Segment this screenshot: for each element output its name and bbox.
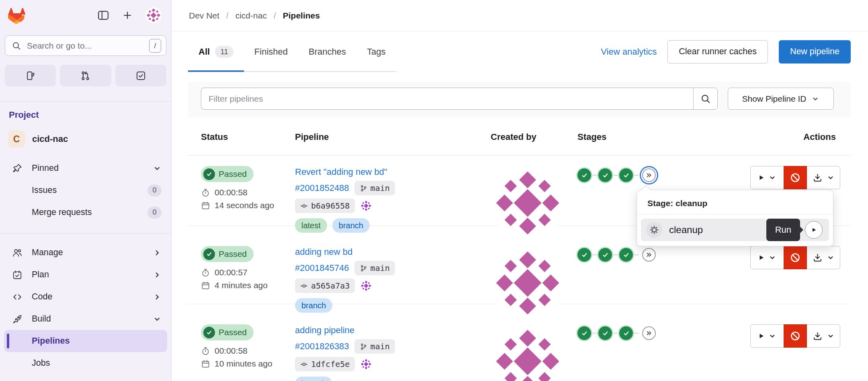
tab-branches[interactable]: Branches [298,31,356,72]
calendar-icon [201,281,210,290]
stage-passed-icon[interactable] [577,326,591,340]
table-header-row: Status Pipeline Created by Stages Action… [188,121,851,156]
show-pipeline-id-dropdown[interactable]: Show Pipeline ID [728,88,834,110]
chevron-down-icon [153,315,162,324]
search-icon [12,41,21,51]
sidebar-item-manage[interactable]: Manage [0,242,171,264]
stage-passed-icon[interactable] [619,248,633,262]
sidebar-item-pipelines[interactable]: Pipelines [4,330,167,352]
commit-sha-chip[interactable]: b6a96558 [295,199,355,213]
search-input[interactable]: Search or go to... / [5,35,166,56]
download-artifacts-button[interactable] [807,246,840,269]
committer-avatar[interactable] [360,280,372,292]
chevron-down-icon [768,254,776,262]
stopwatch-icon [201,188,210,197]
stage-passed-icon[interactable] [598,248,612,262]
download-icon [813,253,823,263]
run-job-button[interactable] [805,221,823,239]
stage-passed-icon[interactable] [619,168,633,182]
stage-passed-icon[interactable] [598,326,612,340]
create-new-icon[interactable] [121,9,133,21]
commit-sha-chip[interactable]: a565a7a3 [295,279,355,293]
sidebar-divider [0,101,171,102]
pipeline-title-link[interactable]: Revert "adding new bd" [295,166,478,178]
ref-branch-chip[interactable]: main [354,339,395,354]
stage-job-row[interactable]: cleanup Run [641,219,829,241]
sidebar-item-merge-requests[interactable]: Merge requests 0 [0,201,171,223]
stage-passed-icon[interactable] [598,168,612,182]
tab-finished[interactable]: Finished [244,31,298,72]
todo-check-icon [135,70,146,81]
branch-icon [360,343,367,350]
sidebar-item-pinned[interactable]: Pinned [0,157,171,179]
sidebar-item-plan[interactable]: Plan [0,264,171,286]
commit-sha-chip[interactable]: 1dfcfe5e [295,357,355,371]
chevron-down-icon [768,332,776,340]
stage-passed-icon[interactable] [619,326,633,340]
new-pipeline-button[interactable]: New pipeline [779,40,851,63]
merge-requests-count-badge: 0 [147,207,162,219]
status-badge[interactable]: Passed [201,166,254,182]
run-manual-jobs-button[interactable] [750,166,784,189]
run-manual-jobs-button[interactable] [750,246,784,269]
breadcrumb-current-page: Pipelines [283,11,320,20]
stage-manual-button[interactable] [642,168,656,182]
cancel-pipeline-button[interactable] [784,246,807,269]
committer-avatar[interactable] [360,200,372,212]
chevron-right-icon [153,248,162,257]
pipeline-cell: adding pipeline #2001826383 main 1dfcfe5… [282,304,478,381]
filter-pipelines-input[interactable] [201,88,693,109]
sidebar-item-jobs[interactable]: Jobs [0,352,171,374]
sidebar-item-build[interactable]: Build [0,308,171,330]
breadcrumb-project-link[interactable]: cicd-nac [235,11,267,20]
stage-passed-icon[interactable] [577,168,591,182]
cancel-pipeline-button[interactable] [784,324,807,348]
download-artifacts-button[interactable] [807,166,840,189]
pipeline-title-link[interactable]: adding pipeline [295,324,478,336]
pipeline-id-link[interactable]: #2001852488 [295,183,349,193]
filter-search-button[interactable] [693,88,717,109]
ref-branch-chip[interactable]: main [354,261,395,275]
download-artifacts-button[interactable] [807,324,840,348]
sidebar-project-item[interactable]: C cicd-nac [4,127,167,151]
view-analytics-link[interactable]: View analytics [601,47,657,57]
status-badge[interactable]: Passed [201,324,254,340]
commit-icon [300,202,308,210]
status-cell: Passed 00:00:58 10 minutes ago [188,304,282,381]
clear-runner-caches-button[interactable]: Clear runner caches [667,40,768,63]
play-icon [758,254,764,261]
stage-manual-button[interactable] [642,248,656,262]
check-circle-icon [203,327,215,338]
user-avatar[interactable] [145,7,162,23]
pipelines-filter-bar: Show Pipeline ID [188,82,851,117]
rocket-icon [12,314,23,324]
sidebar-item-issues[interactable]: Issues 0 [0,179,171,201]
stage-passed-icon[interactable] [577,248,591,262]
chevron-right-icon [153,270,162,279]
pipeline-id-link[interactable]: #2001845746 [295,263,349,273]
job-name: cleanup [669,224,703,236]
breadcrumb-group-link[interactable]: Dev Net [189,11,219,20]
status-badge[interactable]: Passed [201,246,254,262]
stage-popover: Stage: cleanup cleanup Run [637,190,833,246]
cancel-pipeline-button[interactable] [784,166,807,189]
committer-avatar[interactable] [360,358,372,370]
tab-all[interactable]: All 11 [188,31,244,72]
search-icon [700,94,711,104]
sidebar-toggle-icon[interactable] [97,9,109,21]
gitlab-logo-icon[interactable] [8,7,26,24]
stage-manual-button[interactable] [642,326,656,340]
issues-shortcut-button[interactable] [5,65,56,86]
todo-shortcut-button[interactable] [115,65,166,86]
merge-requests-shortcut-button[interactable] [60,65,111,86]
run-manual-jobs-button[interactable] [750,324,784,348]
creator-avatar[interactable] [491,324,565,381]
tab-tags[interactable]: Tags [356,31,396,72]
table-row: Passed 00:00:58 10 minutes ago adding pi… [188,304,851,381]
sidebar-item-code[interactable]: Code [0,286,171,308]
chevron-down-icon [827,332,835,340]
pipeline-title-link[interactable]: adding new bd [295,246,478,258]
pipeline-id-link[interactable]: #2001826383 [295,341,349,352]
ref-branch-chip[interactable]: main [354,181,395,195]
calendar-icon [201,201,210,210]
